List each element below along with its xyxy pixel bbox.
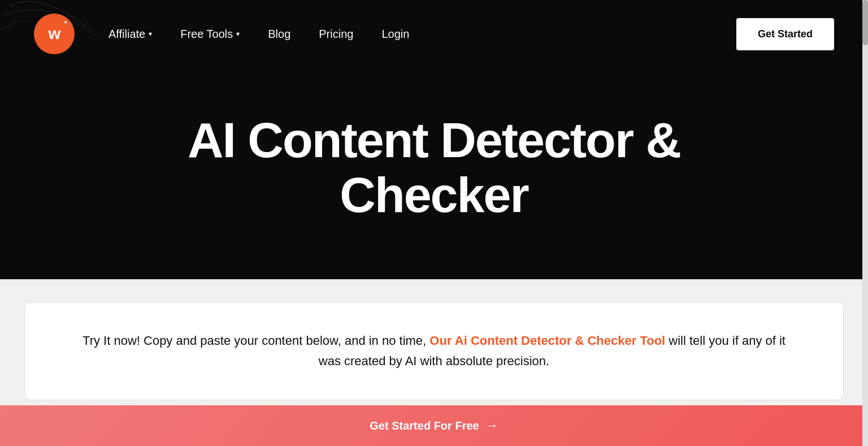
content-card: Try It now! Copy and paste your content …: [24, 302, 844, 401]
bottom-bar: Get Started For Free →: [0, 405, 868, 446]
scrollbar-thumb[interactable]: [862, 0, 868, 45]
scrollbar[interactable]: [862, 0, 868, 446]
chevron-down-icon: ▾: [149, 30, 152, 38]
logo-letter: w: [49, 25, 60, 43]
logo-star-icon: ✦: [63, 19, 68, 25]
header: w ✦ Affiliate ▾ Free Tools ▾ Blog Pricin…: [0, 0, 868, 68]
hero-title: AI Content Detector & Checker: [180, 113, 688, 223]
nav-item-blog[interactable]: Blog: [268, 28, 290, 41]
content-highlight: Our Ai Content Detector & Checker Tool: [429, 334, 665, 348]
nav-item-affiliate[interactable]: Affiliate ▾: [108, 28, 152, 41]
get-started-free-button[interactable]: Get Started For Free →: [370, 418, 498, 433]
nav-item-pricing[interactable]: Pricing: [319, 28, 353, 41]
nav-item-login[interactable]: Login: [381, 28, 409, 41]
get-started-nav-button[interactable]: Get Started: [736, 18, 834, 50]
content-description: Try It now! Copy and paste your content …: [70, 331, 798, 372]
logo[interactable]: w ✦: [34, 14, 75, 54]
hero-section: AI Content Detector & Checker: [0, 68, 868, 279]
header-left: w ✦ Affiliate ▾ Free Tools ▾ Blog Pricin…: [34, 14, 409, 54]
arrow-icon: →: [486, 418, 498, 433]
chevron-down-icon: ▾: [236, 30, 240, 38]
nav: Affiliate ▾ Free Tools ▾ Blog Pricing Lo…: [108, 28, 409, 41]
nav-item-free-tools[interactable]: Free Tools ▾: [180, 28, 240, 41]
